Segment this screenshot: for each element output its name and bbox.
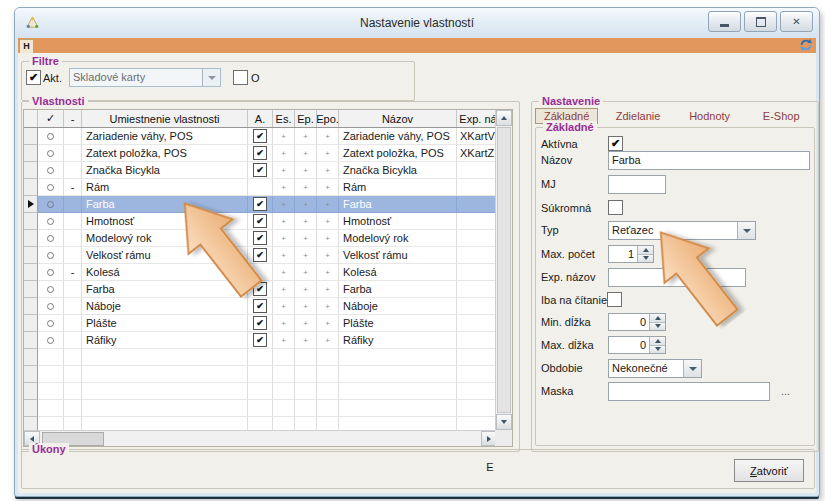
- obdobie-dropdown[interactable]: Nekonečné: [608, 359, 702, 378]
- spinner-down-button[interactable]: [650, 346, 665, 354]
- close-button[interactable]: ✕: [780, 11, 813, 32]
- checkbox-icon[interactable]: ✔: [253, 248, 267, 262]
- cell-active[interactable]: ✔: [248, 298, 273, 315]
- cell-active[interactable]: ✔: [248, 128, 273, 145]
- chevron-down-icon[interactable]: [737, 222, 755, 239]
- o-checkbox[interactable]: [233, 70, 248, 85]
- tab-hodnoty[interactable]: Hodnoty: [674, 110, 746, 122]
- table-row[interactable]: Zariadenie váhy, POS✔+++Zariadenie váhy,…: [24, 128, 497, 145]
- checkbox-icon[interactable]: ✔: [253, 163, 267, 177]
- header-a[interactable]: A.: [248, 110, 273, 127]
- max-dlzka-spinner[interactable]: 0: [608, 336, 666, 354]
- row-selector-cell[interactable]: [24, 128, 38, 145]
- chevron-down-icon[interactable]: [683, 360, 701, 377]
- table-row[interactable]: -Rám+++Rám: [24, 179, 497, 196]
- header-es[interactable]: Es.: [273, 110, 295, 127]
- cell-active[interactable]: ✔: [248, 196, 273, 213]
- row-selector-cell[interactable]: [24, 247, 38, 264]
- row-selector-cell[interactable]: [24, 196, 38, 213]
- tab-zdielanie[interactable]: Zdielanie: [602, 110, 674, 122]
- checkbox-icon[interactable]: ✔: [253, 129, 267, 143]
- checkbox-icon[interactable]: ✔: [253, 231, 267, 245]
- akt-checkbox[interactable]: ✔: [26, 70, 41, 85]
- table-row[interactable]: Hmotnosť✔+++Hmotnosť: [24, 213, 497, 230]
- cell-active[interactable]: [248, 179, 273, 196]
- cell-active[interactable]: [248, 264, 273, 281]
- refresh-icon[interactable]: [799, 38, 813, 52]
- row-selector-cell[interactable]: [24, 264, 38, 281]
- checkbox-icon[interactable]: ✔: [253, 299, 267, 313]
- row-selector-cell[interactable]: [24, 298, 38, 315]
- checkbox-icon[interactable]: ✔: [253, 282, 267, 296]
- nazov-input[interactable]: Farba: [608, 151, 810, 170]
- row-selector-cell[interactable]: [24, 179, 38, 196]
- header-exp-nazov[interactable]: Exp. ná: [457, 110, 497, 127]
- scroll-down-button[interactable]: [496, 414, 512, 430]
- header-nazov[interactable]: Názov: [339, 110, 457, 127]
- spinner-buttons[interactable]: [649, 314, 665, 330]
- spinner-up-button[interactable]: [650, 337, 665, 346]
- horizontal-scrollbar[interactable]: [24, 430, 497, 446]
- header-epo[interactable]: Epo.: [317, 110, 339, 127]
- scroll-up-button[interactable]: [496, 110, 512, 126]
- maska-browse-button[interactable]: ...: [781, 385, 790, 397]
- vertical-scrollbar[interactable]: [495, 110, 512, 430]
- table-row[interactable]: Náboje✔+++Náboje: [24, 298, 497, 315]
- spinner-buttons[interactable]: [649, 337, 665, 353]
- checkbox-icon[interactable]: ✔: [253, 316, 267, 330]
- iba-na-citanie-checkbox[interactable]: [607, 292, 622, 307]
- cell-active[interactable]: ✔: [248, 281, 273, 298]
- row-selector-cell[interactable]: [24, 332, 38, 349]
- table-row[interactable]: Farba✔+++Farba: [24, 196, 497, 213]
- h-button[interactable]: H: [19, 39, 34, 54]
- cell-active[interactable]: ✔: [248, 247, 273, 264]
- header-umiestnenie[interactable]: Umiestnenie vlastnosti: [82, 110, 248, 127]
- maximize-button[interactable]: [744, 11, 777, 32]
- table-row[interactable]: Plášte✔+++Plášte: [24, 315, 497, 332]
- chevron-down-icon[interactable]: [202, 69, 220, 86]
- cell-active[interactable]: ✔: [248, 145, 273, 162]
- table-row[interactable]: Zatext položka, POS✔+++Zatext položka, P…: [24, 145, 497, 162]
- cell-active[interactable]: ✔: [248, 315, 273, 332]
- spinner-down-button[interactable]: [638, 255, 653, 263]
- sukromna-checkbox[interactable]: [608, 200, 623, 215]
- checkbox-icon[interactable]: ✔: [253, 333, 267, 347]
- checkbox-icon[interactable]: ✔: [253, 214, 267, 228]
- table-row[interactable]: Velkosť rámu✔+++Velkosť rámu: [24, 247, 497, 264]
- spinner-up-button[interactable]: [650, 314, 665, 323]
- maska-input[interactable]: [608, 382, 770, 401]
- aktivna-checkbox[interactable]: ✔: [608, 136, 623, 151]
- cell-active[interactable]: ✔: [248, 332, 273, 349]
- header-check[interactable]: ✓: [38, 110, 64, 127]
- vertical-scroll-thumb[interactable]: [497, 127, 511, 413]
- zatvorit-button[interactable]: Zatvoriť: [734, 459, 804, 482]
- row-selector-cell[interactable]: [24, 281, 38, 298]
- row-selector-cell[interactable]: [24, 213, 38, 230]
- header-dash[interactable]: -: [64, 110, 82, 127]
- row-selector-cell[interactable]: [24, 162, 38, 179]
- exp-nazov-input[interactable]: [608, 268, 746, 287]
- cell-active[interactable]: ✔: [248, 230, 273, 247]
- minimize-button[interactable]: [708, 11, 741, 32]
- mj-input[interactable]: [608, 175, 666, 194]
- table-row[interactable]: Farba✔+++Farba: [24, 281, 497, 298]
- table-row[interactable]: Modelový rok✔+++Modelový rok: [24, 230, 497, 247]
- min-dlzka-spinner[interactable]: 0: [608, 313, 666, 331]
- cell-active[interactable]: ✔: [248, 162, 273, 179]
- spinner-down-button[interactable]: [650, 323, 665, 331]
- row-selector-cell[interactable]: [24, 145, 38, 162]
- table-row[interactable]: Ráfiky✔+++Ráfiky: [24, 332, 497, 349]
- checkbox-icon[interactable]: ✔: [253, 146, 267, 160]
- card-type-dropdown[interactable]: Skladové karty: [69, 68, 221, 87]
- table-row[interactable]: Značka Bicykla✔+++Značka Bicykla: [24, 162, 497, 179]
- spinner-up-button[interactable]: [638, 246, 653, 255]
- table-row[interactable]: -Kolesá+++Kolesá: [24, 264, 497, 281]
- cell-active[interactable]: ✔: [248, 213, 273, 230]
- row-selector-cell[interactable]: [24, 315, 38, 332]
- typ-dropdown[interactable]: Reťazec: [608, 221, 756, 240]
- header-ep[interactable]: Ep.: [295, 110, 317, 127]
- max-pocet-spinner[interactable]: 1: [608, 245, 654, 263]
- row-selector-cell[interactable]: [24, 230, 38, 247]
- checkbox-icon[interactable]: ✔: [253, 197, 267, 211]
- tab-eshop[interactable]: E-Shop: [745, 110, 817, 122]
